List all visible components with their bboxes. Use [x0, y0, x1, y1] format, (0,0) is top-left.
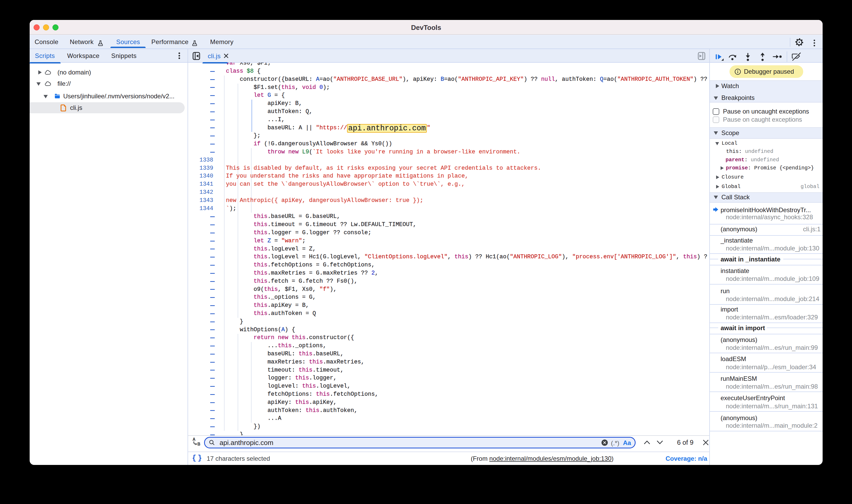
svg-text:B: B [197, 442, 200, 446]
svg-text:A: A [193, 437, 195, 442]
